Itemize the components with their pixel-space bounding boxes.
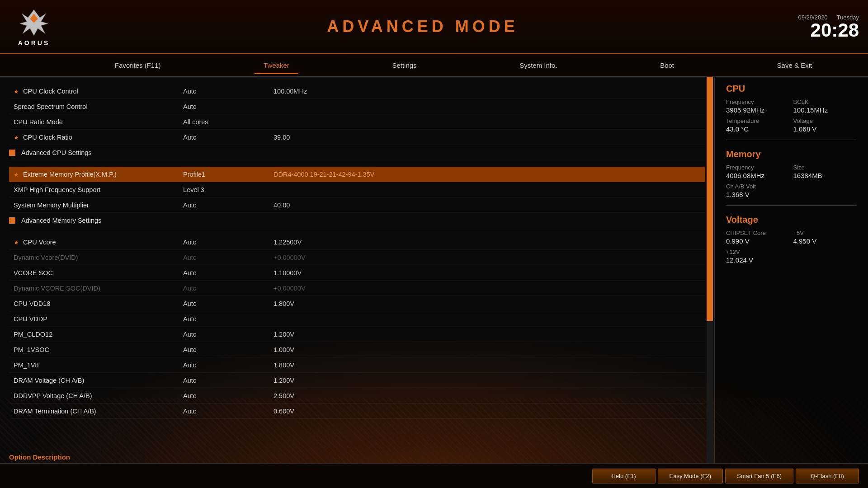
cpu-stats-grid: Frequency 3905.92MHz BCLK 100.15MHz Temp… — [726, 99, 857, 133]
title-area: ADVANCED MODE — [68, 17, 778, 36]
scrollbar-thumb[interactable] — [707, 77, 713, 321]
cpu-temperature-block: Temperature 43.0 °C — [726, 117, 790, 133]
nav-item-favorites[interactable]: Favorites (F11) — [106, 59, 170, 71]
setting-cpu-vcore[interactable]: ★ CPU Vcore Auto 1.22500V — [9, 235, 705, 250]
setting-dram-voltage[interactable]: DRAM Voltage (CH A/B) Auto 1.200V — [9, 373, 705, 388]
setting-cpu-vddp[interactable]: CPU VDDP Auto — [9, 311, 705, 327]
cpu-voltage-block: Voltage 1.068 V — [793, 117, 857, 133]
navigation-bar: Favorites (F11) Tweaker Settings System … — [0, 54, 868, 77]
volt-12v-block: +12V 12.024 V — [726, 249, 857, 264]
setting-cpu-clock-ratio[interactable]: ★ CPU Clock Ratio Auto 39.00 — [9, 130, 705, 145]
header: AORUS ADVANCED MODE 09/29/2020 Tuesday 2… — [0, 0, 868, 54]
cpu-stats-title: CPU — [726, 84, 857, 94]
setting-xmp-high-freq[interactable]: XMP High Frequency Support Level 3 — [9, 182, 705, 197]
page-title: ADVANCED MODE — [68, 17, 778, 36]
datetime-area: 09/29/2020 Tuesday 20:28 — [778, 14, 868, 40]
setting-system-memory-multiplier[interactable]: System Memory Multiplier Auto 40.00 — [9, 197, 705, 213]
setting-advanced-cpu-section[interactable]: Advanced CPU Settings — [9, 145, 705, 160]
voltage-stats-section: Voltage CHIPSET Core 0.990 V +5V 4.950 V… — [726, 215, 857, 271]
setting-pm-1vsoc[interactable]: PM_1VSOC Auto 1.000V — [9, 342, 705, 357]
setting-dynamic-vcore-soc: Dynamic VCORE SOC(DVID) Auto +0.00000V — [9, 281, 705, 296]
cpu-frequency-block: Frequency 3905.92MHz — [726, 99, 790, 114]
mem-chab-block: Ch A/B Volt 1.368 V — [726, 183, 857, 198]
memory-stats-grid: Frequency 4006.08MHz Size 16384MB Ch A/B… — [726, 164, 857, 198]
nav-item-boot[interactable]: Boot — [651, 59, 683, 71]
cpu-bclk-block: BCLK 100.15MHz — [793, 99, 857, 114]
setting-pm-cldo12[interactable]: PM_CLDO12 Auto 1.200V — [9, 327, 705, 342]
star-icon: ★ — [14, 239, 19, 246]
nav-item-settings[interactable]: Settings — [383, 59, 425, 71]
star-icon: ★ — [14, 171, 19, 178]
nav-item-sysinfo[interactable]: System Info. — [510, 59, 566, 71]
qflash-button[interactable]: Q-Flash (F8) — [796, 469, 859, 483]
setting-ddrvpp-voltage[interactable]: DDRVPP Voltage (CH A/B) Auto 2.500V — [9, 388, 705, 404]
section-bullet — [9, 150, 15, 156]
nav-items: Favorites (F11) Tweaker Settings System … — [63, 59, 863, 71]
volt-chipset-block: CHIPSET Core 0.990 V — [726, 230, 790, 245]
smart-fan-button[interactable]: Smart Fan 5 (F6) — [725, 469, 793, 483]
voltage-stats-title: Voltage — [726, 215, 857, 225]
voltage-stats-grid: CHIPSET Core 0.990 V +5V 4.950 V +12V 12… — [726, 230, 857, 264]
help-button[interactable]: Help (F1) — [592, 469, 656, 483]
footer: Help (F1) Easy Mode (F2) Smart Fan 5 (F6… — [0, 463, 868, 488]
setting-dram-termination[interactable]: DRAM Termination (CH A/B) Auto 0.600V — [9, 404, 705, 419]
setting-spread-spectrum[interactable]: Spread Spectrum Control Auto — [9, 99, 705, 114]
settings-panel: ★ CPU Clock Control Auto 100.00MHz Sprea… — [0, 77, 714, 463]
setting-cpu-clock-control[interactable]: ★ CPU Clock Control Auto 100.00MHz — [9, 84, 705, 99]
star-icon: ★ — [14, 88, 19, 95]
setting-xmp[interactable]: ★ Extreme Memory Profile(X.M.P.) Profile… — [9, 167, 705, 182]
section-bullet — [9, 217, 15, 224]
mem-frequency-block: Frequency 4006.08MHz — [726, 164, 790, 179]
main-content: ★ CPU Clock Control Auto 100.00MHz Sprea… — [0, 77, 868, 463]
volt-5v-block: +5V 4.950 V — [793, 230, 857, 245]
logo-text: AORUS — [18, 39, 50, 47]
setting-advanced-memory-section[interactable]: Advanced Memory Settings — [9, 213, 705, 228]
logo-area: AORUS — [0, 2, 68, 51]
setting-vcore-soc[interactable]: VCORE SOC Auto 1.10000V — [9, 265, 705, 281]
stats-panel: CPU Frequency 3905.92MHz BCLK 100.15MHz … — [714, 77, 868, 463]
memory-stats-title: Memory — [726, 149, 857, 160]
spacer-2 — [9, 228, 705, 235]
nav-item-tweaker[interactable]: Tweaker — [255, 59, 298, 71]
setting-pm-1v8[interactable]: PM_1V8 Auto 1.800V — [9, 357, 705, 373]
star-icon: ★ — [14, 134, 19, 141]
mem-size-block: Size 16384MB — [793, 164, 857, 179]
setting-cpu-vdd18[interactable]: CPU VDD18 Auto 1.800V — [9, 296, 705, 311]
easy-mode-button[interactable]: Easy Mode (F2) — [658, 469, 723, 483]
aorus-eagle-icon — [18, 7, 50, 38]
memory-stats-section: Memory Frequency 4006.08MHz Size 16384MB… — [726, 149, 857, 206]
nav-item-saveexit[interactable]: Save & Exit — [768, 59, 821, 71]
spacer-1 — [9, 160, 705, 167]
cpu-stats-section: CPU Frequency 3905.92MHz BCLK 100.15MHz … — [726, 84, 857, 140]
setting-cpu-ratio-mode[interactable]: CPU Ratio Mode All cores — [9, 114, 705, 130]
time-display: 20:28 — [778, 21, 859, 40]
setting-dynamic-vcore: Dynamic Vcore(DVID) Auto +0.00000V — [9, 250, 705, 265]
scrollbar-track[interactable] — [707, 77, 713, 463]
